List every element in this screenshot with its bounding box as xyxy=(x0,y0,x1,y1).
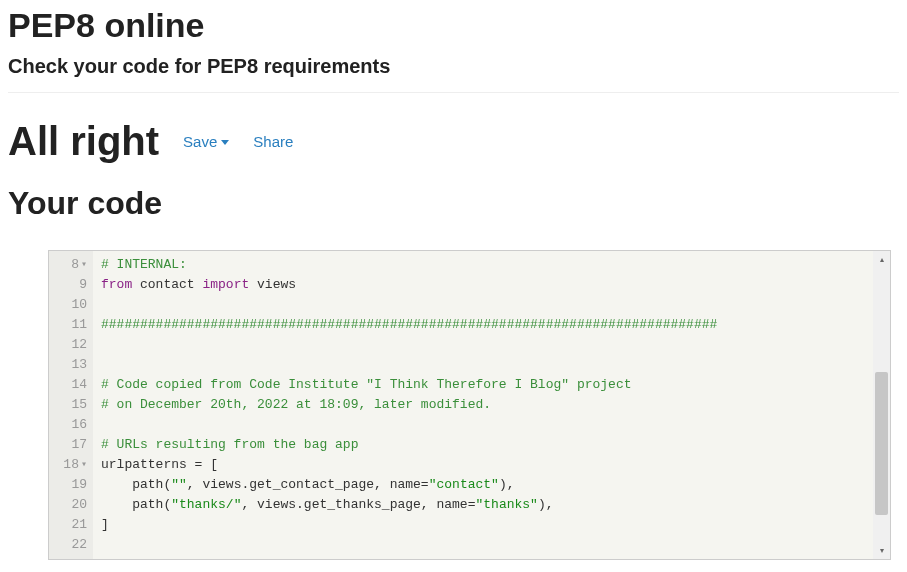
code-line: ########################################… xyxy=(101,315,890,335)
code-line xyxy=(101,415,890,435)
share-link[interactable]: Share xyxy=(253,133,293,150)
your-code-heading: Your code xyxy=(8,185,899,222)
code-area[interactable]: # INTERNAL:from contact import views####… xyxy=(93,251,890,559)
code-line: path("thanks/", views.get_thanks_page, n… xyxy=(101,495,890,515)
result-heading: All right xyxy=(8,121,159,161)
line-number: 20 xyxy=(49,495,89,515)
line-number: 10 xyxy=(49,295,89,315)
scroll-up-icon[interactable]: ▴ xyxy=(873,251,890,268)
chevron-down-icon xyxy=(221,140,229,145)
scroll-track[interactable] xyxy=(873,268,890,542)
line-number: 14 xyxy=(49,375,89,395)
result-row: All right Save Share xyxy=(8,121,899,161)
line-number: 15 xyxy=(49,395,89,415)
code-line: path("", views.get_contact_page, name="c… xyxy=(101,475,890,495)
vertical-scrollbar[interactable]: ▴ ▾ xyxy=(873,251,890,559)
line-number: 9 xyxy=(49,275,89,295)
scroll-down-icon[interactable]: ▾ xyxy=(873,542,890,559)
scroll-thumb[interactable] xyxy=(875,372,888,514)
line-number: 21 xyxy=(49,515,89,535)
code-line: # INTERNAL: xyxy=(101,255,890,275)
code-line xyxy=(101,295,890,315)
line-number: 22 xyxy=(49,535,89,555)
fold-toggle-icon[interactable]: ▾ xyxy=(81,260,87,270)
line-number: 13 xyxy=(49,355,89,375)
code-line xyxy=(101,535,890,555)
fold-toggle-icon[interactable]: ▾ xyxy=(81,460,87,470)
code-line: # Code copied from Code Institute "I Thi… xyxy=(101,375,890,395)
code-line: urlpatterns = [ xyxy=(101,455,890,475)
code-line: # URLs resulting from the bag app xyxy=(101,435,890,455)
code-line: # on December 20th, 2022 at 18:09, later… xyxy=(101,395,890,415)
save-label: Save xyxy=(183,133,217,150)
code-line xyxy=(101,335,890,355)
line-number: 18▾ xyxy=(49,455,89,475)
line-number: 8▾ xyxy=(49,255,89,275)
save-dropdown[interactable]: Save xyxy=(183,133,229,150)
line-gutter: 8▾9101112131415161718▾19202122 xyxy=(49,251,93,559)
line-number: 17 xyxy=(49,435,89,455)
page-title: PEP8 online xyxy=(8,6,899,45)
code-line: from contact import views xyxy=(101,275,890,295)
line-number: 11 xyxy=(49,315,89,335)
line-number: 16 xyxy=(49,415,89,435)
page-subtitle: Check your code for PEP8 requirements xyxy=(8,55,899,78)
divider xyxy=(8,92,899,93)
code-editor[interactable]: 8▾9101112131415161718▾19202122 # INTERNA… xyxy=(48,250,891,560)
code-line: ] xyxy=(101,515,890,535)
line-number: 12 xyxy=(49,335,89,355)
line-number: 19 xyxy=(49,475,89,495)
code-line xyxy=(101,355,890,375)
